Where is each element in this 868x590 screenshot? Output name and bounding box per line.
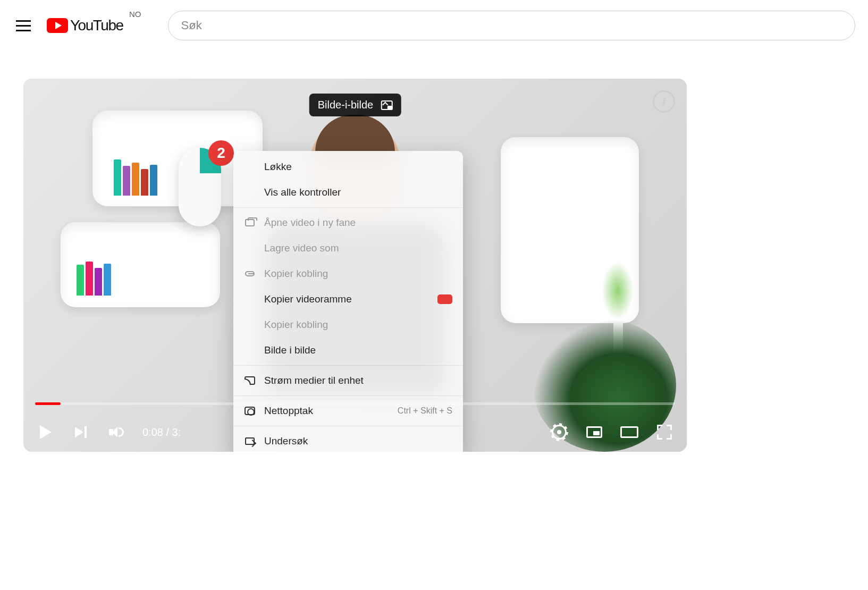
menu-item-label: Kopier videoramme bbox=[264, 293, 418, 305]
menu-separator bbox=[233, 365, 463, 366]
search-container[interactable] bbox=[168, 11, 855, 40]
pip-tooltip-text: Bilde-i-bilde bbox=[318, 99, 374, 111]
blank-icon bbox=[244, 344, 256, 356]
country-code: NO bbox=[129, 10, 141, 19]
search-input[interactable] bbox=[181, 19, 842, 32]
blank-icon bbox=[244, 187, 256, 198]
menu-item[interactable]: Strøm medier til enhet bbox=[233, 368, 463, 393]
menu-button[interactable] bbox=[13, 15, 34, 36]
cast-icon bbox=[244, 375, 256, 386]
menu-item[interactable]: Løkke bbox=[233, 154, 463, 180]
menu-item[interactable]: Bilde i bilde bbox=[233, 338, 463, 363]
next-button[interactable] bbox=[70, 422, 91, 443]
volume-button[interactable] bbox=[105, 422, 127, 443]
menu-separator bbox=[233, 207, 463, 208]
theater-icon bbox=[620, 426, 638, 438]
menu-item[interactable]: Vis alle kontroller bbox=[233, 180, 463, 205]
page-header: YouTube NO bbox=[0, 0, 868, 51]
menu-item: Kopier kobling bbox=[233, 261, 463, 286]
menu-item: Kopier kobling bbox=[233, 312, 463, 338]
player-controls: 0:08 / 3: bbox=[23, 412, 687, 452]
menu-item: Åpne video i ny fane bbox=[233, 210, 463, 235]
context-menu: LøkkeVis alle kontrollerÅpne video i ny … bbox=[233, 151, 463, 452]
frame-preview-icon bbox=[437, 294, 452, 304]
miniplayer-icon bbox=[586, 426, 602, 438]
current-time: 0:08 bbox=[142, 426, 163, 438]
progress-fill bbox=[35, 402, 61, 405]
tab-icon bbox=[244, 217, 256, 229]
youtube-logo[interactable]: YouTube NO bbox=[47, 17, 123, 34]
volume-icon bbox=[109, 425, 123, 439]
blank-icon bbox=[244, 293, 256, 305]
bg-shelf bbox=[61, 222, 220, 307]
settings-button[interactable] bbox=[549, 422, 570, 443]
menu-item-label: Strøm medier til enhet bbox=[264, 375, 452, 386]
progress-bar[interactable] bbox=[35, 402, 675, 405]
blank-icon bbox=[244, 242, 256, 254]
info-card-button[interactable]: i bbox=[653, 90, 675, 113]
mouse-indicator: 2 bbox=[179, 148, 221, 226]
menu-item[interactable]: Kopier videoramme bbox=[233, 286, 463, 312]
menu-item-label: Åpne video i ny fane bbox=[264, 217, 452, 229]
play-button[interactable] bbox=[35, 422, 56, 443]
menu-separator bbox=[233, 395, 463, 396]
menu-item-label: Bilde i bilde bbox=[264, 344, 452, 356]
menu-item-label: Løkke bbox=[264, 161, 452, 173]
duration: 3: bbox=[172, 426, 181, 438]
logo-text: YouTube bbox=[70, 17, 123, 34]
menu-item-label: Vis alle kontroller bbox=[264, 187, 452, 198]
blank-icon bbox=[244, 161, 256, 173]
play-icon bbox=[40, 425, 52, 439]
menu-item-label: Kopier kobling bbox=[264, 268, 452, 280]
miniplayer-button[interactable] bbox=[584, 422, 605, 443]
pip-tooltip[interactable]: Bilde-i-bilde bbox=[309, 94, 401, 116]
youtube-play-icon bbox=[47, 18, 68, 33]
menu-item: Lagre video som bbox=[233, 235, 463, 261]
fullscreen-icon bbox=[657, 425, 672, 440]
video-player[interactable]: i Bilde-i-bilde 2 LøkkeVis alle kontroll… bbox=[23, 79, 687, 452]
time-display: 0:08 / 3: bbox=[142, 426, 181, 439]
blank-icon bbox=[244, 319, 256, 331]
gear-icon bbox=[552, 425, 567, 440]
menu-item-label: Lagre video som bbox=[264, 242, 452, 254]
fullscreen-button[interactable] bbox=[654, 422, 675, 443]
theater-button[interactable] bbox=[619, 422, 640, 443]
link-icon bbox=[244, 268, 256, 280]
pip-icon bbox=[381, 100, 392, 110]
next-icon bbox=[75, 426, 87, 438]
mouse-step-badge: 2 bbox=[208, 140, 234, 166]
menu-item-label: Kopier kobling bbox=[264, 319, 452, 331]
